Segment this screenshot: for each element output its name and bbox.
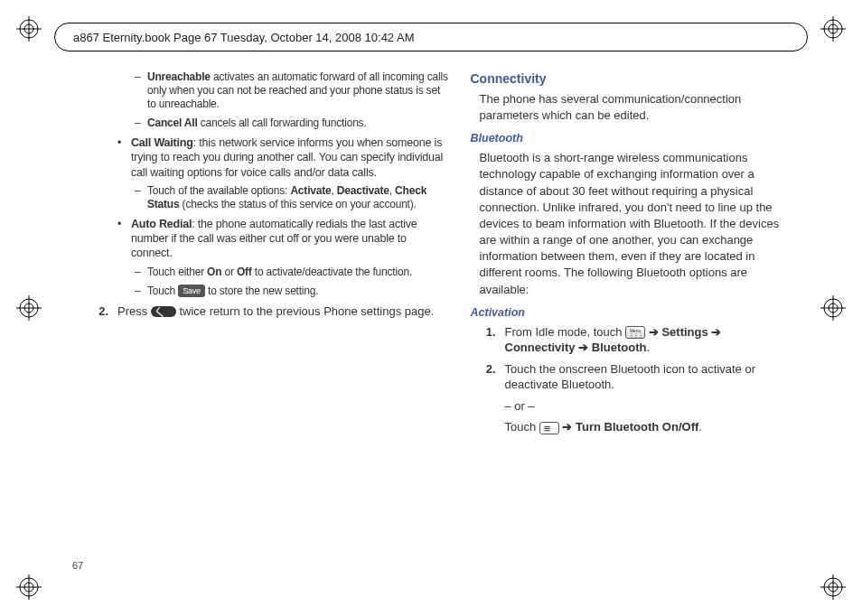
page-content: Unreachable activates an automatic forwa… — [72, 70, 790, 571]
label-call-waiting: Call Waiting — [131, 136, 193, 149]
activation-step-2: 2. Touch the onscreen Bluetooth icon to … — [471, 361, 791, 393]
text-touch-pre: Touch — [505, 420, 539, 434]
header-text: a867 Eternity.book Page 67 Tuesday, Octo… — [73, 31, 415, 44]
registration-mark-tr — [820, 16, 846, 42]
menu-button-icon: Menu — [625, 326, 645, 339]
touch-alternative: Touch ➔ Turn Bluetooth On/Off. — [505, 419, 791, 435]
registration-mark-bl — [16, 574, 42, 600]
step-2r-number: 2. — [471, 361, 505, 393]
or-divider: – or – — [505, 398, 791, 415]
back-button-icon — [151, 306, 176, 317]
label-unreachable: Unreachable — [147, 70, 211, 83]
text-cancel-all: cancels all call forwarding functions. — [198, 117, 367, 129]
para-bluetooth: Bluetooth is a short-range wireless comm… — [480, 150, 791, 298]
label-on: On — [207, 266, 221, 278]
save-button-icon: Save — [178, 285, 205, 297]
heading-activation: Activation — [471, 305, 791, 321]
arrow-2: ➔ — [711, 325, 721, 339]
label-settings: Settings — [661, 325, 707, 339]
arrow-3: ➔ — [578, 341, 588, 354]
text-cw-pre: Touch of the available options: — [147, 184, 290, 197]
item-redial-save: Touch Save to store the new setting. — [131, 285, 451, 298]
item-auto-redial: Auto Redial: the phone automatically red… — [117, 217, 451, 261]
activation-step-1: 1. From Idle mode, touch Menu ➔ Settings… — [471, 324, 791, 356]
label-turn-bt: Turn Bluetooth On/Off — [576, 420, 698, 434]
label-off: Off — [237, 266, 252, 278]
period1: . — [646, 341, 650, 354]
text-press-pre: Press — [117, 304, 151, 318]
right-column: Connectivity The phone has several commu… — [471, 70, 791, 571]
registration-mark-ml — [16, 295, 42, 321]
text-ro-mid: or — [221, 266, 237, 278]
step-1-body: From Idle mode, touch Menu ➔ Settings ➔ … — [505, 324, 791, 356]
step-2-number: 2. — [90, 303, 117, 320]
text-save-post: to store the new setting. — [208, 285, 318, 297]
registration-mark-tl — [16, 16, 42, 42]
period2: . — [698, 420, 702, 434]
label-cancel-all: Cancel All — [147, 117, 198, 129]
step-2r-body: Touch the onscreen Bluetooth icon to act… — [505, 361, 791, 393]
label-connectivity: Connectivity — [505, 341, 576, 354]
registration-mark-mr — [820, 295, 846, 321]
page-number: 67 — [72, 560, 83, 571]
label-bluetooth-path: Bluetooth — [592, 341, 647, 354]
arrow-4: ➔ — [562, 420, 572, 434]
label-deactivate: Deactivate — [337, 184, 389, 197]
item-redial-onoff: Touch either On or Off to activate/deact… — [131, 266, 451, 279]
text-ro-post: to activate/deactivate the function. — [252, 266, 412, 278]
text-ro-pre: Touch either — [147, 266, 207, 278]
left-column: Unreachable activates an automatic forwa… — [72, 70, 451, 571]
step-1-number: 1. — [471, 324, 505, 356]
text-press-post: twice return to the previous Phone setti… — [179, 304, 434, 318]
step-2-body: Press twice return to the previous Phone… — [117, 303, 451, 320]
text-cw-post: (checks the status of this service on yo… — [179, 198, 416, 210]
item-call-waiting: Call Waiting: this network service infor… — [117, 135, 451, 180]
item-unreachable: Unreachable activates an automatic forwa… — [131, 70, 451, 111]
text-save-pre: Touch — [147, 285, 178, 297]
label-activate: Activate — [290, 184, 331, 197]
registration-mark-br — [820, 574, 846, 600]
step-2: 2. Press twice return to the previous Ph… — [90, 303, 451, 320]
list-button-icon — [539, 422, 559, 434]
item-cancel-all: Cancel All cancels all call forwarding f… — [131, 117, 451, 130]
heading-bluetooth: Bluetooth — [471, 131, 791, 146]
item-call-waiting-options: Touch of the available options: Activate… — [131, 184, 451, 211]
text-idle-pre: From Idle mode, touch — [505, 325, 626, 339]
framemaker-header: a867 Eternity.book Page 67 Tuesday, Octo… — [54, 23, 808, 51]
arrow-1: ➔ — [649, 325, 659, 339]
label-auto-redial: Auto Redial — [131, 218, 192, 230]
heading-connectivity: Connectivity — [471, 70, 791, 88]
para-connectivity: The phone has several communication/conn… — [480, 91, 791, 124]
